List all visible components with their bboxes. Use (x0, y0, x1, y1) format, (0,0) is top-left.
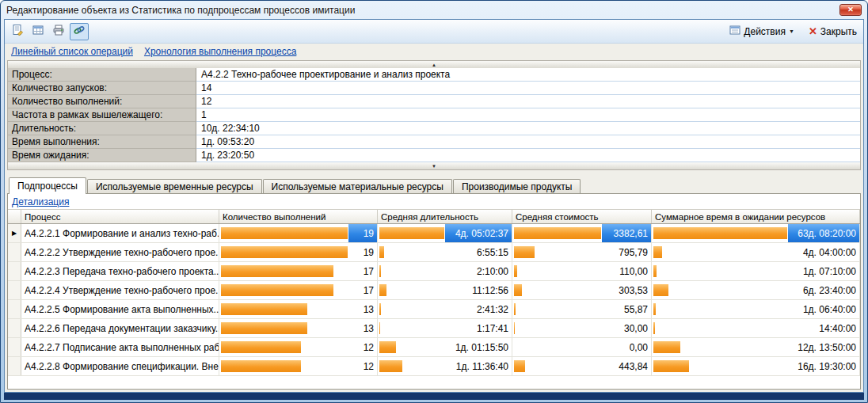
link-linear-operations[interactable]: Линейный список операций (11, 46, 133, 57)
table-row[interactable]: А4.2.2.8 Формирование спецификации. Вне.… (8, 357, 860, 376)
value-bar (379, 322, 380, 334)
bar-track (378, 300, 445, 318)
process-cell: А4.2.2.1 Формирование и анализ техно-раб… (21, 224, 219, 242)
table-row[interactable]: А4.2.2.5 Формирование акта выполненных..… (8, 300, 860, 319)
dropdown-caret-icon: ▼ (789, 29, 794, 34)
column-header[interactable]: Процесс (21, 210, 219, 223)
table-row[interactable]: ▶А4.2.2.1 Формирование и анализ техно-ра… (8, 224, 860, 243)
value-label: 443,84 (602, 357, 651, 375)
tab-1[interactable]: Подпроцессы (9, 177, 86, 194)
wait-time-cell: 16д. 19:30:00 (652, 357, 860, 375)
tab-3[interactable]: Используемые материальные ресурсы (263, 179, 452, 194)
link-icon (73, 24, 86, 39)
toolbar-right: Действия ▼ ✕ Закрыть (726, 23, 860, 40)
value-bar (653, 227, 787, 239)
property-value[interactable]: 1д. 09:53:20 (196, 135, 860, 149)
property-label: Время ожидания: (8, 149, 196, 162)
bar-track (652, 281, 788, 299)
value-bar (221, 303, 307, 315)
avg-cost-cell: 795,79 (512, 243, 652, 261)
column-header[interactable]: Средняя стоимость (512, 210, 652, 223)
table-row[interactable]: А4.2.2.4 Утверждение техно-рабочего прое… (8, 281, 860, 300)
avg-cost-cell: 55,87 (512, 300, 652, 318)
close-form-label: Закрыть (820, 26, 857, 37)
print-button[interactable] (49, 23, 68, 40)
bar-track (652, 300, 788, 318)
property-value[interactable]: А4.2.2 Техно-рабочее проектирование и ан… (196, 68, 860, 82)
row-marker: ▶ (8, 224, 21, 242)
link-process-chronology[interactable]: Хронология выполнения процесса (144, 46, 296, 57)
edit-document-button[interactable] (8, 23, 27, 40)
avg-cost-cell: 30,00 (512, 319, 652, 337)
wait-time-cell: 1д. 06:40:00 (652, 300, 860, 318)
links-row: Линейный список операций Хронология выпо… (5, 44, 863, 59)
actions-button[interactable]: Действия ▼ (726, 23, 798, 40)
executions-cell: 13 (219, 319, 378, 337)
value-label: 1д. 06:40:00 (788, 300, 859, 318)
avg-duration-cell: 6:55:15 (378, 243, 512, 261)
property-value[interactable]: 1д. 23:20:50 (196, 149, 860, 162)
avg-duration-cell: 2:41:32 (378, 300, 512, 318)
value-bar (221, 265, 333, 277)
table-view-button[interactable] (29, 23, 48, 40)
bar-track (512, 243, 602, 261)
executions-cell: 12 (219, 357, 378, 375)
bar-track (512, 319, 602, 337)
property-row: Количество выполнений:12 (8, 95, 860, 108)
value-label: 55,87 (602, 300, 651, 318)
value-label: 12д. 13:50:00 (788, 338, 859, 356)
column-header[interactable]: Средняя длительность (378, 210, 512, 223)
window-close-button[interactable]: ✕ (839, 4, 862, 16)
value-bar (221, 322, 307, 334)
value-bar (221, 284, 333, 296)
wait-time-cell: 6д. 23:40:00 (652, 281, 860, 299)
bar-track (652, 338, 788, 356)
value-bar (653, 341, 680, 353)
property-value[interactable]: 10д. 22:34:10 (196, 122, 860, 135)
value-label: 2:10:00 (445, 262, 512, 280)
app-window: Редактирование объекта из Статистика по … (0, 0, 868, 403)
avg-duration-cell: 1д. 01:15:50 (378, 338, 512, 356)
titlebar[interactable]: Редактирование объекта из Статистика по … (4, 1, 864, 19)
property-label: Процесс: (8, 68, 196, 82)
property-row: Время выполнения:1д. 09:53:20 (8, 135, 860, 149)
tab-4[interactable]: Производимые продукты (453, 179, 581, 194)
bar-track (512, 357, 602, 375)
value-bar (653, 322, 655, 334)
scroll-down-button[interactable]: ▼ (8, 162, 860, 169)
value-bar (653, 284, 668, 296)
table-row[interactable]: А4.2.2.7 Подписание акта выполненных раб… (8, 338, 860, 357)
table-row[interactable]: А4.2.2.6 Передача документации заказчику… (8, 319, 860, 338)
column-header[interactable]: Количество выполнений (219, 210, 378, 223)
value-label: 4д. 04:00:00 (788, 243, 859, 261)
value-bar (379, 265, 381, 277)
property-value[interactable]: 14 (196, 82, 860, 95)
property-row: Количество запусков:14 (8, 82, 860, 95)
column-header-marker[interactable] (8, 210, 21, 223)
process-cell: А4.2.2.3 Передача техно-рабочего проекта… (21, 262, 219, 280)
property-label: Частота в рамках вышележащего: (8, 108, 196, 122)
value-bar (653, 265, 657, 277)
value-bar (653, 246, 662, 258)
value-bar (514, 246, 535, 258)
property-label: Длительность: (8, 122, 196, 135)
value-label: 1д. 01:15:50 (445, 338, 512, 356)
property-value[interactable]: 12 (196, 95, 860, 108)
tab-panel: Детализация ПроцессКоличество выполнений… (7, 193, 861, 390)
close-form-button[interactable]: ✕ Закрыть (805, 25, 860, 39)
value-label: 30,00 (602, 319, 651, 337)
avg-cost-cell: 303,53 (512, 281, 652, 299)
link-detail[interactable]: Детализация (12, 196, 69, 207)
bar-track (378, 224, 445, 242)
tab-2[interactable]: Используемые временные ресурсы (87, 179, 262, 194)
value-label: 13 (348, 300, 377, 318)
link-button[interactable] (70, 23, 89, 40)
table-row[interactable]: А4.2.2.3 Передача техно-рабочего проекта… (8, 262, 860, 281)
bar-track (512, 262, 602, 280)
value-label: 4д. 05:02:37 (445, 224, 512, 242)
column-header[interactable]: Суммарное время в ожидании ресурсов (652, 210, 860, 223)
property-value[interactable]: 1 (196, 108, 860, 122)
scroll-up-button[interactable]: ▲ (8, 61, 860, 68)
value-bar (379, 246, 384, 258)
table-row[interactable]: А4.2.2.2 Утверждение техно-рабочего прое… (8, 243, 860, 262)
